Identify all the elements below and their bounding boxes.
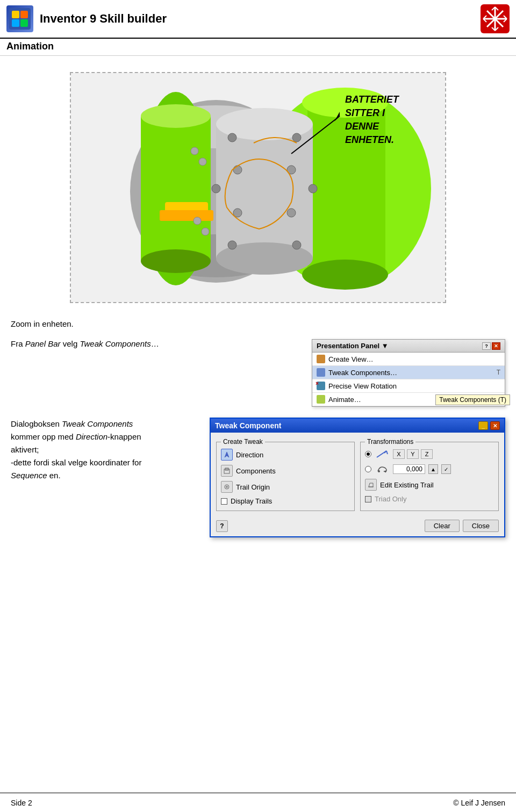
dialog-body: Create Tweak Direction <box>211 433 504 516</box>
svg-line-63 <box>386 451 388 454</box>
copyright: © Leif J Jensen <box>453 799 505 807</box>
svg-point-36 <box>228 241 236 249</box>
dialog-line3: aktivert; <box>11 443 199 456</box>
dialog-line2: kommer opp med <box>11 432 76 441</box>
svg-rect-3 <box>12 19 19 27</box>
svg-rect-2 <box>20 11 28 18</box>
dialog-intro-normal: Dialogboksen <box>11 419 62 428</box>
svg-point-35 <box>292 133 301 142</box>
main-content: BATTERIET SITTER I DENNE ENHETEN. Zoom i… <box>0 56 516 554</box>
value-input[interactable] <box>393 464 425 474</box>
svg-text:BATTERIET: BATTERIET <box>345 94 400 105</box>
display-trails-label: Display Trails <box>231 497 272 505</box>
transform-arrow-icon <box>375 449 390 459</box>
svg-text:ENHETEN.: ENHETEN. <box>345 134 394 145</box>
x-btn[interactable]: X <box>393 449 405 459</box>
page-number: Side 2 <box>11 799 32 807</box>
svg-point-43 <box>287 209 296 217</box>
transformations-legend: Transformations <box>365 438 415 445</box>
menu-label-create-view: Create View… <box>328 355 374 363</box>
svg-point-37 <box>292 241 301 249</box>
svg-rect-24 <box>141 116 211 261</box>
assembly-image: BATTERIET SITTER I DENNE ENHETEN. <box>71 73 446 303</box>
edit-trail-row: Edit Existing Trail <box>365 479 494 491</box>
svg-point-53 <box>199 158 206 166</box>
header: Inventor 9 Skill builder <box>0 0 516 39</box>
dialog-titlebar-buttons: _ ✕ <box>478 421 500 430</box>
svg-rect-4 <box>20 19 28 27</box>
section-title: Animation <box>0 39 516 56</box>
transform-radio-row2: ▲ ✓ <box>365 464 494 475</box>
svg-point-30 <box>302 260 388 290</box>
svg-marker-56 <box>225 452 229 457</box>
tweak-components-icon <box>317 368 325 377</box>
triad-only-checkbox[interactable] <box>365 496 371 502</box>
dialog-minimize-btn[interactable]: _ <box>478 421 488 430</box>
dialog-description: Dialogboksen Tweak Components kommer opp… <box>11 418 199 482</box>
menu-item-create-view[interactable]: Create View… <box>312 353 505 366</box>
transform-radio1[interactable] <box>365 451 371 457</box>
create-view-icon <box>317 355 325 363</box>
z-btn[interactable]: Z <box>421 449 433 459</box>
check-btn[interactable]: ✓ <box>441 464 451 474</box>
svg-text:SITTER I: SITTER I <box>345 107 385 118</box>
panel-help-btn[interactable]: ? <box>482 342 491 350</box>
panel-bar-text: Panel Bar <box>25 339 61 348</box>
close-btn[interactable]: Close <box>463 520 499 532</box>
panel-ellipsis: … <box>151 339 159 348</box>
edit-trail-btn[interactable] <box>365 479 377 491</box>
svg-point-60 <box>226 486 228 488</box>
app-logo <box>6 5 33 32</box>
menu-item-tweak-components[interactable]: Tweak Components… T <box>312 366 505 379</box>
tweak-shortcut: T <box>497 369 500 376</box>
value-spinners: ▲ <box>428 464 438 474</box>
snowflake-logo <box>481 4 510 33</box>
components-label: Components <box>236 467 276 475</box>
dialog-section: Dialogboksen Tweak Components kommer opp… <box>11 418 505 537</box>
clear-btn[interactable]: Clear <box>425 520 460 532</box>
trail-origin-btn[interactable] <box>221 481 233 493</box>
value-up-btn[interactable]: ▲ <box>428 464 438 474</box>
components-row: Components <box>221 465 350 477</box>
transform-radio-row1: X Y Z <box>365 449 494 459</box>
dialog-direction-suffix: -knappen <box>108 432 141 441</box>
svg-point-38 <box>212 184 220 193</box>
panel-close-btn[interactable]: ✕ <box>492 342 500 350</box>
tweak-component-dialog: Tweak Component _ ✕ Create Tweak <box>210 418 505 537</box>
precise-view-icon: × <box>317 382 325 390</box>
dialog-titlebar: Tweak Component _ ✕ <box>211 419 504 433</box>
svg-point-65 <box>378 470 380 472</box>
direction-label: Direction <box>236 451 263 459</box>
create-tweak-group: Create Tweak Direction <box>216 438 355 511</box>
panel-text: Fra Panel Bar velg Tweak Components… <box>11 339 301 351</box>
tooltip-text: Tweak Components (T) <box>439 396 506 404</box>
display-trails-checkbox[interactable] <box>221 498 227 505</box>
svg-point-25 <box>141 104 211 128</box>
edit-trail-label: Edit Existing Trail <box>380 481 434 489</box>
menu-item-precise-view[interactable]: × Precise View Rotation <box>312 379 505 393</box>
direction-btn[interactable] <box>221 449 233 461</box>
dialog-line4: -dette fordi skal velge koordinater for <box>11 456 199 469</box>
create-tweak-legend: Create Tweak <box>221 438 265 445</box>
animate-icon <box>317 395 325 404</box>
image-container: BATTERIET SITTER I DENNE ENHETEN. <box>70 72 446 303</box>
app-title: Inventor 9 Skill builder <box>40 12 167 26</box>
display-trails-row: Display Trails <box>221 497 350 505</box>
svg-point-39 <box>309 184 317 193</box>
components-btn[interactable] <box>221 465 233 477</box>
svg-rect-1 <box>12 11 19 18</box>
dialog-help-btn[interactable]: ? <box>216 520 228 532</box>
panel-tweak-text: Tweak Components <box>80 339 150 348</box>
trail-origin-row: Trail Origin <box>221 481 350 493</box>
panel-title-bar: Presentation Panel ▼ ? ✕ <box>312 340 505 353</box>
svg-point-26 <box>141 249 211 273</box>
triad-only-label: Triad Only <box>375 495 406 503</box>
dialog-direction-italic: Direction <box>76 432 108 441</box>
transform-radio2[interactable] <box>365 466 371 472</box>
dialog-close-btn[interactable]: ✕ <box>490 421 500 430</box>
tooltip-box: Tweak Components (T) <box>435 394 510 405</box>
y-btn[interactable]: Y <box>407 449 419 459</box>
panel-screenshot: Presentation Panel ▼ ? ✕ Create View… Tw… <box>312 339 505 407</box>
dialog-title: Tweak Component <box>215 421 281 430</box>
svg-point-54 <box>194 217 201 225</box>
